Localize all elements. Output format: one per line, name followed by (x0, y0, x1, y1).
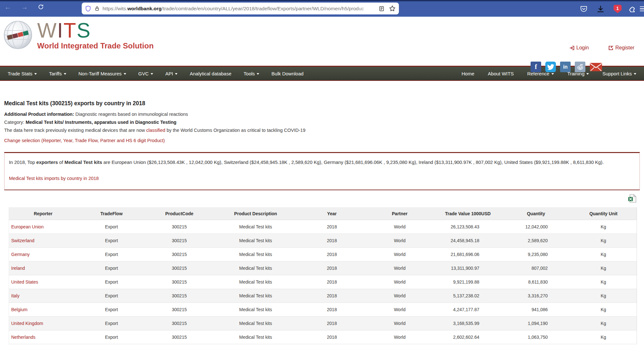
reporter-link[interactable]: Ireland (11, 266, 25, 271)
nav-item-tariffs[interactable]: Tariffs (49, 71, 66, 76)
nav-item-analytical-database[interactable]: Analytical database (190, 71, 231, 76)
cell-tradeflow: Export (77, 275, 146, 289)
bookmark-star-icon[interactable] (389, 5, 396, 12)
column-header-quantity[interactable]: Quantity (502, 207, 570, 220)
cell-productcode: 300215 (146, 220, 213, 234)
cell-trade-value: 5,137,238.02 (434, 289, 502, 303)
cell-tradeflow: Export (77, 289, 146, 303)
register-link[interactable]: Register (608, 45, 634, 51)
cell-trade-value: 26,123,508.43 (434, 220, 502, 234)
reporter-link[interactable]: United States (11, 279, 38, 285)
wits-logo[interactable]: WITS World Integrated Trade Solution (3, 20, 154, 50)
chevron-down-icon (634, 73, 636, 75)
forward-icon[interactable]: → (21, 3, 28, 11)
table-row: European UnionExport300215Medical Test k… (9, 220, 637, 234)
url-path: /trade/comtrade/en/country/ALL/year/2018… (161, 6, 364, 11)
cell-quantity-unit: Kg (570, 247, 637, 261)
column-header-quantity-unit[interactable]: Quantity Unit (570, 207, 637, 220)
lock-icon[interactable] (95, 6, 100, 12)
imports-by-country-link[interactable]: Medical Test kits imports by country in … (9, 176, 99, 181)
table-row: BelgiumExport300215Medical Test kits2018… (9, 303, 637, 316)
reporter-link[interactable]: Switzerland (11, 238, 34, 243)
chevron-down-icon (257, 73, 259, 75)
cell-productcode: 300215 (146, 303, 213, 316)
change-selection-link[interactable]: Change selection (Reporter, Year, Trade … (4, 138, 165, 143)
nav-item-bulk-download[interactable]: Bulk Download (271, 71, 303, 76)
column-header-trade-value-1000usd[interactable]: Trade Value 1000USD (434, 207, 502, 220)
cell-tradeflow: Export (77, 234, 146, 247)
chevron-down-icon (586, 73, 589, 75)
reporter-link[interactable]: United Kingdom (11, 321, 43, 326)
tracking-protection-shield-icon[interactable] (85, 5, 91, 12)
column-header-productcode[interactable]: ProductCode (146, 207, 213, 220)
trade-table-wrap: ReporterTradeFlowProductCodeProduct Desc… (9, 207, 637, 344)
pocket-icon[interactable] (580, 5, 588, 14)
reload-icon[interactable] (38, 4, 44, 12)
column-header-product-description[interactable]: Product Description (213, 207, 298, 220)
reporter-link[interactable]: Germany (11, 252, 30, 257)
logo-tagline: World Integrated Trade Solution (37, 41, 154, 50)
cell-partner: World (366, 234, 434, 247)
table-row: NetherlandsExport300215Medical Test kits… (9, 330, 637, 344)
export-to-excel-icon[interactable] (628, 194, 637, 204)
cell-quantity: 3,316,270 (502, 289, 570, 303)
cell-quantity-unit: Kg (570, 289, 637, 303)
cell-trade-value: 3,168,535.99 (434, 316, 502, 330)
cell-quantity-unit: Kg (570, 275, 637, 289)
cell-quantity-unit: Kg (570, 316, 637, 330)
reddit-icon[interactable] (575, 62, 585, 72)
site-header: WITS World Integrated Trade Solution Log… (0, 17, 644, 66)
reader-mode-icon[interactable] (379, 5, 384, 12)
column-header-partner[interactable]: Partner (366, 207, 434, 220)
back-icon[interactable]: ← (4, 3, 11, 11)
address-bar[interactable]: https://wits.worldbank.org/trade/comtrad… (82, 3, 399, 14)
cell-description: Medical Test kits (213, 275, 298, 289)
reporter-link[interactable]: European Union (11, 224, 44, 229)
url-text[interactable]: https://wits.worldbank.org/trade/comtrad… (103, 6, 376, 12)
nav-item-non-tariff-measures[interactable]: Non-Tariff Measures (78, 71, 126, 76)
login-icon (569, 45, 575, 51)
trade-table: ReporterTradeFlowProductCodeProduct Desc… (9, 207, 637, 344)
column-header-year[interactable]: Year (298, 207, 366, 220)
download-icon[interactable] (597, 5, 605, 14)
category-label: Category: (4, 120, 26, 125)
cell-year: 2018 (298, 289, 366, 303)
linkedin-icon[interactable]: in (560, 62, 571, 72)
cell-trade-value: 24,458,945.18 (434, 234, 502, 247)
additional-info-label: Additional Product information: (4, 112, 74, 117)
cell-reporter: Ireland (9, 261, 78, 275)
reporter-link[interactable]: Belgium (11, 307, 28, 312)
nav-item-api[interactable]: API (165, 71, 178, 76)
cell-tradeflow: Export (77, 316, 146, 330)
nav-item-about-wits[interactable]: About WITS (488, 71, 514, 76)
cell-year: 2018 (298, 316, 366, 330)
cell-reporter: Netherlands (9, 330, 78, 344)
cell-partner: World (366, 289, 434, 303)
nav-item-tools[interactable]: Tools (244, 71, 259, 76)
cell-year: 2018 (298, 234, 366, 247)
twitter-icon[interactable] (545, 62, 556, 72)
cell-trade-value: 21,681,696.06 (434, 247, 502, 261)
nav-item-trade-stats[interactable]: Trade Stats (8, 71, 37, 76)
cell-description: Medical Test kits (213, 303, 298, 316)
reporter-link[interactable]: Netherlands (11, 335, 36, 340)
email-icon[interactable] (590, 62, 602, 72)
alert-badge[interactable]: 1 (614, 5, 622, 13)
cell-tradeflow: Export (77, 303, 146, 316)
column-header-tradeflow[interactable]: TradeFlow (77, 207, 146, 220)
cell-quantity: 12,042,000 (502, 220, 570, 234)
nav-item-home[interactable]: Home (462, 71, 475, 76)
nav-item-gvc[interactable]: GVC (138, 71, 153, 76)
menu-hamburger-icon[interactable] (640, 5, 644, 13)
login-link[interactable]: Login (569, 45, 589, 51)
extensions-puzzle-icon[interactable] (629, 5, 636, 14)
cell-partner: World (366, 247, 434, 261)
url-domain: worldbank.org (128, 6, 162, 11)
chevron-down-icon (151, 73, 153, 75)
facebook-icon[interactable]: f (531, 62, 541, 72)
classified-link[interactable]: classified (146, 128, 165, 133)
column-header-reporter[interactable]: Reporter (9, 207, 78, 220)
cell-productcode: 300215 (146, 316, 213, 330)
reporter-link[interactable]: Italy (11, 293, 20, 298)
nav-item-support-links[interactable]: Support Links (602, 71, 636, 76)
